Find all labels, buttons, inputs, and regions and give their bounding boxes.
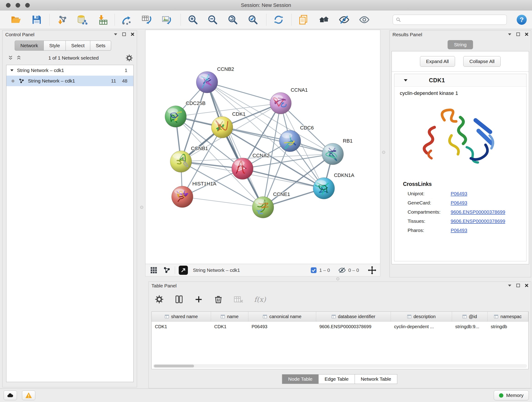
crosslink-pharos-link[interactable]: P06493 — [451, 228, 467, 233]
tab-style[interactable]: Style — [44, 41, 66, 51]
memory-button[interactable]: Memory — [494, 390, 529, 400]
delete-column-icon[interactable] — [214, 295, 223, 304]
panel-menu-icon[interactable] — [114, 33, 118, 36]
network-node-HIST1H1A[interactable]: HIST1H1A — [172, 181, 216, 208]
edge-CCNE1-HIST1H1A[interactable] — [182, 197, 263, 207]
column-header-name[interactable]: name — [211, 312, 248, 321]
float-panel-icon[interactable] — [516, 32, 520, 36]
add-column-icon[interactable] — [194, 295, 203, 304]
column-header-shared-name[interactable]: shared name — [152, 312, 211, 321]
show-graphics-button[interactable] — [358, 13, 371, 26]
collapse-all-icon[interactable] — [7, 55, 13, 61]
refresh-view-button[interactable] — [272, 13, 285, 26]
selected-checkbox-icon[interactable] — [310, 267, 317, 274]
current-network-bullet — [12, 80, 14, 83]
gene-section-header[interactable]: CDK1 — [394, 74, 526, 87]
network-node-CCNA1[interactable]: CCNA1 — [270, 87, 308, 114]
collapse-section-icon[interactable] — [404, 79, 408, 82]
column-header-canonical-name[interactable]: canonical name — [248, 312, 316, 321]
network-view-icon[interactable] — [163, 266, 171, 274]
crosslink-uniprot-link[interactable]: P06493 — [451, 191, 467, 196]
network-tree-root-row[interactable]: String Network – cdk1 1 — [6, 65, 133, 76]
edge-CCNB2-CCNA1[interactable] — [207, 82, 280, 103]
network-canvas[interactable]: CCNB2CCNA1CDC25BCDK1CDC6RB1CCNB1CCNA2CDK… — [145, 30, 380, 264]
import-network-from-file-button[interactable] — [56, 13, 69, 26]
gene-section: CDK1 cyclin-dependent kinase 1 — [394, 74, 526, 261]
float-panel-icon[interactable] — [516, 283, 520, 287]
column-header-namespace[interactable]: namespac — [488, 312, 528, 321]
help-button[interactable]: ? — [516, 14, 527, 26]
tab-network-table[interactable]: Network Table — [355, 374, 397, 384]
close-panel-icon[interactable] — [525, 32, 529, 36]
zoom-in-button[interactable] — [186, 13, 199, 26]
import-table-from-file-button[interactable] — [96, 13, 109, 26]
column-header-description[interactable]: description — [391, 312, 452, 321]
export-image-button[interactable] — [160, 13, 173, 26]
cloud-status-button[interactable] — [4, 390, 17, 400]
toolbar-separator — [114, 14, 115, 26]
zoom-selected-button[interactable] — [247, 13, 259, 26]
bottom-splitter-handle[interactable] — [336, 277, 339, 280]
search-input[interactable] — [403, 17, 504, 23]
crosslink-genecard-link[interactable]: P06493 — [451, 200, 467, 206]
duplicate-network-button[interactable] — [297, 13, 310, 26]
network-graph[interactable]: CCNB2CCNA1CDC25BCDK1CDC6RB1CCNB1CCNA2CDK… — [146, 30, 380, 264]
import-network-from-database-button[interactable] — [76, 13, 89, 26]
gear-icon[interactable] — [125, 54, 133, 62]
expand-all-icon[interactable] — [16, 55, 22, 61]
import-table-to-network-button[interactable] — [140, 13, 153, 26]
node-label-CCNA1: CCNA1 — [291, 87, 308, 93]
tab-string[interactable]: String — [448, 40, 473, 49]
right-splitter-handle[interactable] — [382, 151, 385, 154]
node-label-RB1: RB1 — [343, 138, 353, 144]
pan-crosshair-icon[interactable] — [368, 266, 376, 274]
network-node-CDK1[interactable]: CDK1 — [211, 111, 245, 138]
crosslink-tissues-link[interactable]: 9606.ENSP00000378699 — [451, 218, 505, 224]
window-close-button[interactable] — [6, 3, 11, 7]
window-minimize-button[interactable] — [16, 3, 20, 7]
grid-view-icon[interactable] — [150, 266, 158, 274]
float-panel-icon[interactable] — [122, 32, 126, 36]
window-zoom-button[interactable] — [25, 3, 30, 7]
expand-all-button[interactable]: Expand All — [420, 56, 455, 67]
network-node-CCNB2[interactable]: CCNB2 — [196, 66, 234, 93]
crosslink-label: Uniprot: — [408, 191, 451, 196]
network-node-CCNB1[interactable]: CCNB1 — [170, 146, 208, 172]
left-splitter-handle[interactable] — [140, 206, 143, 209]
table-row[interactable]: CDK1 CDK1 P06493 9606.ENSP00000378699 cy… — [152, 322, 528, 332]
show-overview-button[interactable] — [317, 13, 330, 26]
network-tree-child-row[interactable]: String Network – cdk1 11 48 — [6, 76, 133, 86]
tab-edge-table[interactable]: Edge Table — [318, 374, 355, 384]
hidden-eye-slash-icon[interactable] — [338, 266, 346, 274]
table-settings-gear-icon[interactable] — [155, 295, 164, 304]
column-header-database-identifier[interactable]: database identifier — [316, 312, 391, 321]
network-node-CDC25B[interactable]: CDC25B — [165, 100, 206, 127]
zoom-out-button[interactable] — [206, 13, 219, 26]
close-panel-icon[interactable] — [131, 32, 134, 36]
crosslink-compartments-link[interactable]: 9606.ENSP00000378699 — [451, 209, 505, 215]
open-session-button[interactable] — [10, 13, 22, 26]
apply-layout-button[interactable] — [120, 13, 133, 26]
panel-menu-icon[interactable] — [508, 284, 512, 287]
close-panel-icon[interactable] — [525, 283, 529, 287]
tree-expand-icon[interactable] — [10, 69, 14, 72]
toggle-graphics-details-button[interactable] — [338, 13, 351, 26]
tab-select[interactable]: Select — [65, 41, 90, 51]
tab-node-table[interactable]: Node Table — [282, 374, 319, 384]
scrollbar-thumb[interactable] — [154, 365, 194, 367]
network-node-RB1[interactable]: RB1 — [322, 138, 353, 165]
collapse-all-button[interactable]: Collapse All — [463, 56, 501, 67]
edge-CCNB2-CCNE1[interactable] — [207, 82, 263, 207]
tab-sets[interactable]: Sets — [90, 41, 111, 51]
show-columns-icon[interactable] — [174, 295, 184, 304]
edge-CDK1-RB1[interactable] — [222, 127, 333, 154]
save-session-button[interactable] — [30, 13, 43, 26]
tab-network[interactable]: Network — [15, 41, 44, 51]
birdseye-view-button[interactable] — [179, 266, 188, 275]
panel-menu-icon[interactable] — [508, 33, 512, 36]
zoom-fit-button[interactable] — [226, 13, 239, 26]
warnings-button[interactable] — [22, 390, 35, 400]
column-header-id[interactable]: @id — [452, 312, 488, 321]
network-node-CDKN1A[interactable]: CDKN1A — [313, 172, 355, 199]
table-horizontal-scrollbar[interactable] — [153, 364, 527, 368]
